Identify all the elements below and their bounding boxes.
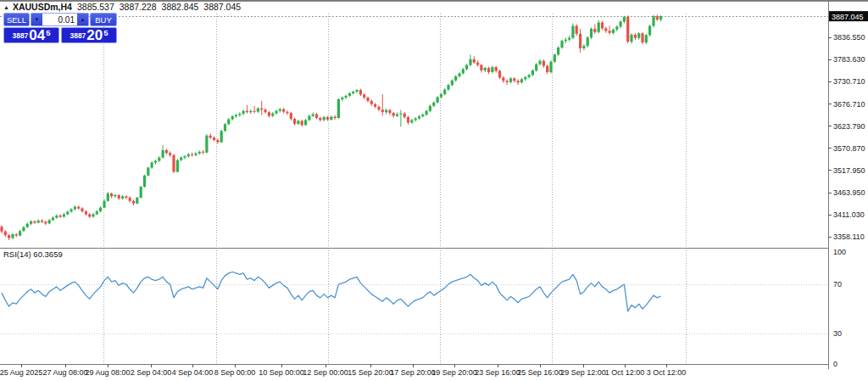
- candle-body: [487, 68, 490, 72]
- candle-body: [293, 119, 296, 124]
- candle-body: [213, 137, 215, 140]
- one-click-trading-panel: SELL ▼ 0.01 ▲ BUY 3887 04 5 3887 20 5: [3, 13, 117, 43]
- candle-body: [52, 218, 54, 221]
- candle-body: [198, 152, 201, 154]
- candle-body: [154, 161, 157, 163]
- volume-increase-button[interactable]: ▲: [77, 14, 88, 25]
- price-axis-label: 3623.790: [833, 122, 865, 131]
- candle-body: [410, 120, 413, 123]
- candle-body: [286, 112, 288, 114]
- candle-body: [560, 41, 563, 48]
- candle-body: [491, 67, 493, 72]
- price-axis-label: 3730.710: [833, 77, 865, 86]
- candle-body: [502, 77, 504, 81]
- candle-body: [476, 63, 479, 65]
- volume-decrease-button[interactable]: ▼: [31, 14, 42, 25]
- rsi-scale-label: 30: [833, 329, 842, 338]
- candle-body: [125, 196, 127, 198]
- sell-button[interactable]: SELL: [3, 13, 30, 26]
- price-axis-label: 3570.870: [833, 144, 865, 153]
- candle-body: [528, 75, 531, 77]
- volume-input[interactable]: 0.01: [42, 14, 77, 25]
- time-axis-label: 29 Sep 12:00: [560, 368, 606, 377]
- candle-body: [271, 114, 274, 116]
- candle-body: [96, 211, 98, 214]
- candle-body: [183, 156, 186, 158]
- candle-body: [11, 234, 14, 238]
- candle-body: [172, 155, 175, 172]
- current-price-tag-text: 3887.045: [832, 13, 864, 21]
- candle-body: [205, 136, 208, 153]
- candle-body: [623, 17, 626, 22]
- candle-body: [645, 35, 648, 42]
- candle-body: [158, 158, 160, 161]
- time-axis-label: 19 Sep 20:00: [431, 368, 477, 377]
- rsi-line: [2, 272, 661, 311]
- candle-body: [524, 77, 526, 80]
- candle-body: [549, 62, 552, 72]
- candle-body: [231, 116, 234, 119]
- candle-body: [114, 195, 116, 197]
- candle-body: [330, 117, 332, 120]
- candle-body: [264, 109, 266, 112]
- candle-body: [634, 35, 637, 38]
- price-axis-label: 3836.550: [833, 33, 865, 42]
- candle-body: [421, 115, 424, 116]
- symbol-triangle-icon: ▲: [3, 4, 9, 10]
- price-axis-label: 3463.950: [833, 188, 865, 197]
- candle-body: [509, 78, 512, 81]
- candle-body: [542, 61, 545, 66]
- candle-body: [535, 64, 537, 70]
- candle-body: [598, 23, 600, 32]
- chart-canvas[interactable]: 3836.5503783.6303730.7103676.7103623.790…: [0, 1, 868, 381]
- ohlc-low: 3882.845: [162, 2, 199, 12]
- candle-body: [495, 67, 498, 70]
- candle-body: [345, 96, 348, 98]
- ohlc-open: 3885.537: [77, 2, 114, 12]
- buy-price-box[interactable]: 3887 20 5: [61, 27, 117, 43]
- candle-body: [118, 195, 120, 199]
- candle-body: [447, 85, 449, 89]
- candle-body: [377, 107, 380, 109]
- candle-body: [308, 116, 310, 120]
- candle-body: [388, 110, 391, 113]
- candle-body: [132, 201, 135, 204]
- time-axis-label: 8 Sep 00:00: [214, 368, 256, 377]
- candle-body: [432, 103, 435, 106]
- sell-price-box[interactable]: 3887 04 5: [3, 27, 59, 43]
- price-axis-label: 3517.950: [833, 166, 865, 175]
- candle-body: [415, 119, 417, 120]
- buy-button[interactable]: BUY: [90, 13, 117, 26]
- candle-body: [520, 79, 523, 82]
- candle-body: [220, 131, 223, 142]
- buy-price-small: 3887: [70, 31, 86, 40]
- candle-body: [15, 234, 18, 236]
- chart-title: ▲ XAUUSDm,H4 3885.537 3887.228 3882.845 …: [3, 2, 241, 12]
- candle-body: [426, 111, 428, 115]
- candle-body: [571, 26, 574, 38]
- candle-body: [99, 208, 102, 211]
- price-axis-label: 3783.630: [833, 55, 865, 64]
- rsi-scale-label: 0: [833, 360, 837, 368]
- candle-body: [517, 81, 520, 82]
- time-axis-label: 2 Sep 04:00: [131, 368, 172, 377]
- buy-price-big: 20: [86, 29, 103, 42]
- candle-body: [268, 112, 270, 115]
- candle-body: [81, 209, 83, 211]
- candle-body: [385, 110, 387, 113]
- candle-body: [531, 70, 534, 75]
- candle-body: [37, 221, 40, 223]
- candle-body: [396, 115, 398, 116]
- candle-body: [103, 201, 105, 208]
- rsi-scale-label: 100: [833, 248, 846, 256]
- ohlc-high: 3887.228: [120, 2, 157, 12]
- symbol-timeframe: XAUUSDm,H4: [13, 2, 72, 12]
- sell-price-sup: 5: [46, 28, 50, 37]
- candle-body: [242, 111, 245, 114]
- time-axis-label: 25 Sep 16:00: [517, 368, 563, 377]
- candle-body: [612, 30, 615, 33]
- candle-body: [538, 61, 541, 64]
- buy-price-sup: 5: [103, 28, 108, 37]
- candle-body: [323, 117, 326, 120]
- candle-body: [110, 193, 113, 196]
